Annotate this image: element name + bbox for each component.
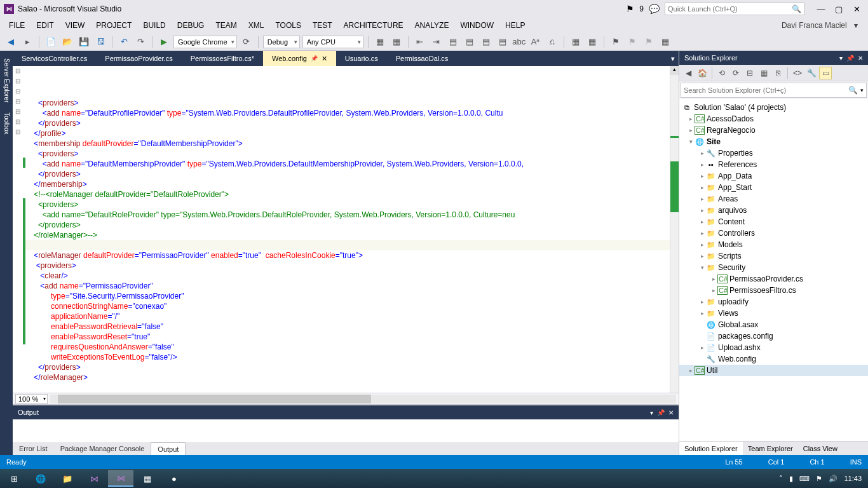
quick-launch-input[interactable] bbox=[668, 5, 792, 13]
se-showall-button[interactable]: ▦ bbox=[757, 67, 770, 79]
tb-icon-h[interactable]: ⚑ bbox=[625, 35, 639, 49]
horizontal-scrollbar[interactable] bbox=[50, 395, 676, 403]
uncomment-button[interactable]: ▤ bbox=[463, 35, 477, 49]
notification-flag-icon[interactable]: ⚑ bbox=[626, 4, 634, 14]
menu-xml[interactable]: XML bbox=[243, 20, 269, 31]
code-content[interactable]: <providers> <add name="DefaultProfilePro… bbox=[23, 66, 670, 393]
tabs-overflow-icon[interactable]: ▾ bbox=[671, 55, 675, 63]
tb-icon-b[interactable]: ▤ bbox=[496, 35, 510, 49]
menu-debug[interactable]: DEBUG bbox=[172, 20, 210, 31]
tree-file[interactable]: ▸C#PermissaoProvider.cs bbox=[679, 273, 868, 285]
tree-folder[interactable]: ▸📁Areas bbox=[679, 193, 868, 205]
se-collapse-button[interactable]: ⊟ bbox=[743, 67, 756, 79]
quick-launch[interactable]: 🔍 bbox=[665, 3, 804, 15]
undo-button[interactable]: ↶ bbox=[117, 35, 131, 49]
output-dropdown-icon[interactable]: ▾ bbox=[650, 409, 653, 416]
taskbar-vs[interactable]: ⋈ bbox=[81, 470, 107, 487]
pin-icon[interactable]: 📌 bbox=[311, 55, 318, 62]
tree-file[interactable]: ▸📄Upload.ashx bbox=[679, 342, 868, 353]
menu-view[interactable]: VIEW bbox=[60, 20, 90, 31]
tab-permissoesfiltro[interactable]: PermissoesFiltro.cs* bbox=[182, 51, 263, 66]
tree-file[interactable]: ▸C#PermissoesFiltro.cs bbox=[679, 285, 868, 296]
close-tab-icon[interactable]: ✕ bbox=[322, 55, 327, 63]
tab-servicoscontroller[interactable]: ServicosController.cs bbox=[13, 51, 96, 66]
tree-folder[interactable]: ▸📁Models bbox=[679, 239, 868, 250]
tb-icon-a[interactable]: ▤ bbox=[479, 35, 493, 49]
se-back-button[interactable]: ◀ bbox=[682, 67, 695, 79]
save-button[interactable]: 💾 bbox=[77, 35, 91, 49]
tree-file[interactable]: 🔧Web.config bbox=[679, 353, 868, 365]
output-pin-icon[interactable]: 📌 bbox=[657, 409, 665, 416]
tab-usuario[interactable]: Usuario.cs bbox=[336, 51, 387, 66]
menu-edit[interactable]: EDIT bbox=[31, 20, 58, 31]
tree-folder[interactable]: ▸📁App_Start bbox=[679, 182, 868, 193]
se-copy-button[interactable]: ⎘ bbox=[771, 67, 784, 79]
signed-in-user[interactable]: Davi Franca Maciel ▾ bbox=[771, 20, 864, 31]
redo-button[interactable]: ↷ bbox=[133, 35, 147, 49]
tb-icon-c[interactable]: abc bbox=[512, 35, 526, 49]
se-home-button[interactable]: 🏠 bbox=[696, 67, 709, 79]
menu-analyze[interactable]: ANALYZE bbox=[410, 20, 454, 31]
tab-pm-console[interactable]: Package Manager Console bbox=[54, 442, 151, 455]
tree-solution[interactable]: ⧉Solution 'Salao' (4 projects) bbox=[679, 102, 868, 113]
menu-build[interactable]: BUILD bbox=[138, 20, 170, 31]
tray-up-icon[interactable]: ˄ bbox=[779, 475, 783, 483]
tb-icon-g[interactable]: ▦ bbox=[585, 35, 599, 49]
tree-project-site[interactable]: ▾🌐Site bbox=[679, 136, 868, 147]
tab-error-list[interactable]: Error List bbox=[13, 442, 54, 455]
tray-volume-icon[interactable]: 🔊 bbox=[829, 475, 837, 483]
browser-refresh-button[interactable]: ⟳ bbox=[240, 35, 254, 49]
tree-project-util[interactable]: ▸C#Util bbox=[679, 365, 868, 376]
se-dropdown-icon[interactable]: ▾ bbox=[839, 55, 843, 62]
start-debug-button[interactable]: ▶ bbox=[157, 35, 171, 49]
tb-icon-i[interactable]: ⚑ bbox=[642, 35, 656, 49]
se-pin-icon[interactable]: 📌 bbox=[846, 55, 854, 62]
scroll-track[interactable]: ▴ bbox=[670, 66, 679, 393]
code-editor[interactable]: ⊟⊟⊟⊟⊟⊟⊟ <providers> <add name="DefaultPr… bbox=[13, 66, 679, 393]
tree-folder[interactable]: ▸📁Content bbox=[679, 216, 868, 227]
bookmark-button[interactable]: ⚑ bbox=[609, 35, 623, 49]
tab-solution-explorer[interactable]: Solution Explorer bbox=[679, 442, 743, 455]
se-sync-button[interactable]: ⟲ bbox=[715, 67, 728, 79]
tray-network-icon[interactable]: ▮ bbox=[789, 475, 793, 483]
taskbar-explorer[interactable]: 📁 bbox=[55, 470, 80, 487]
se-properties-button[interactable]: 🔧 bbox=[805, 67, 818, 79]
tree-properties[interactable]: ▸🔧Properties bbox=[679, 147, 868, 159]
rail-server-explorer[interactable]: Server Explorer bbox=[2, 53, 11, 107]
minimize-button[interactable]: ― bbox=[813, 3, 829, 15]
taskbar-chrome[interactable]: 🌐 bbox=[28, 470, 53, 487]
menu-project[interactable]: PROJECT bbox=[91, 20, 137, 31]
menu-window[interactable]: WINDOW bbox=[455, 20, 499, 31]
tree-folder[interactable]: ▸📁Controllers bbox=[679, 227, 868, 239]
tray-lang-icon[interactable]: ⌨ bbox=[799, 475, 810, 483]
tree-file[interactable]: 📄packages.config bbox=[679, 330, 868, 342]
tree-folder[interactable]: ▸📁uploadify bbox=[679, 296, 868, 308]
taskbar-app[interactable]: ▦ bbox=[135, 470, 160, 487]
open-file-button[interactable]: 📂 bbox=[60, 35, 74, 49]
se-search[interactable]: 🔍 ▾ bbox=[681, 83, 867, 98]
se-close-icon[interactable]: ✕ bbox=[858, 55, 863, 62]
se-refresh-button[interactable]: ⟳ bbox=[729, 67, 742, 79]
browser-combo[interactable]: Google Chrome bbox=[173, 36, 237, 48]
platform-combo[interactable]: Any CPU bbox=[302, 36, 363, 48]
tree-file[interactable]: 🌐Global.asax bbox=[679, 319, 868, 330]
se-code-button[interactable]: <> bbox=[791, 67, 804, 79]
menu-file[interactable]: FILE bbox=[4, 20, 30, 31]
nav-back-button[interactable]: ◀ bbox=[4, 35, 18, 49]
tab-class-view[interactable]: Class View bbox=[798, 442, 843, 455]
tree-references[interactable]: ▸▪▪References bbox=[679, 159, 868, 170]
tree-folder[interactable]: ▸📁App_Data bbox=[679, 170, 868, 182]
maximize-button[interactable]: ▢ bbox=[831, 3, 846, 15]
tab-webconfig[interactable]: Web.config📌✕ bbox=[263, 51, 336, 66]
tree-project[interactable]: ▸C#AcessoDados bbox=[679, 113, 868, 125]
indent-more-button[interactable]: ⇥ bbox=[430, 35, 444, 49]
tb-icon-2[interactable]: ▦ bbox=[390, 35, 403, 49]
notification-count[interactable]: 9 bbox=[639, 4, 644, 13]
tab-permissaoprovider[interactable]: PermissaoProvider.cs bbox=[96, 51, 181, 66]
se-search-input[interactable] bbox=[684, 86, 848, 94]
outline-margin[interactable]: ⊟⊟⊟⊟⊟⊟⊟ bbox=[13, 66, 23, 393]
se-search-dropdown-icon[interactable]: ▾ bbox=[860, 87, 864, 93]
config-combo[interactable]: Debug bbox=[263, 36, 300, 48]
output-close-icon[interactable]: ✕ bbox=[668, 409, 674, 416]
menu-architecture[interactable]: ARCHITECTURE bbox=[339, 20, 409, 31]
